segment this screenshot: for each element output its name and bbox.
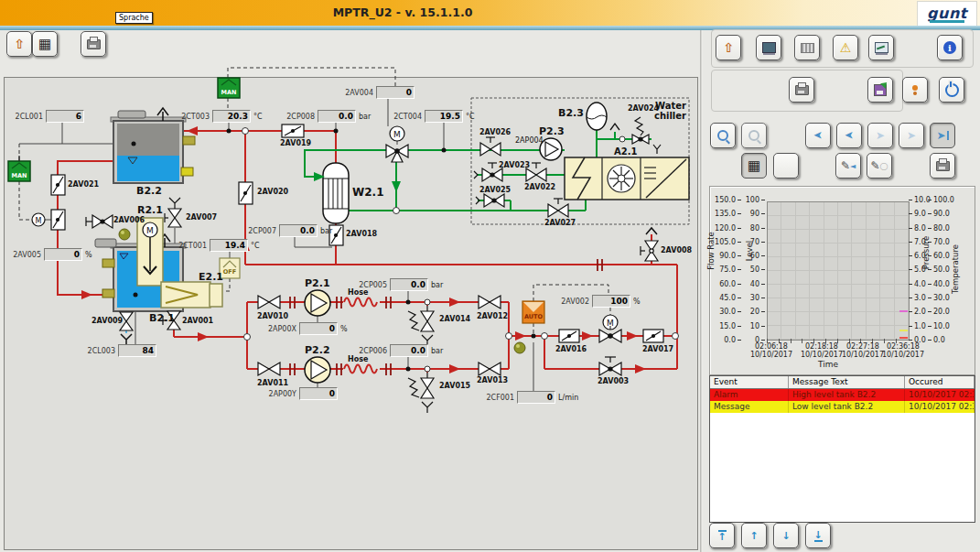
scroll-left-button[interactable]: ➤ [836, 123, 862, 148]
valve-2AV010[interactable] [258, 296, 280, 308]
valve-2AV027[interactable] [548, 199, 568, 217]
event-scroll-bottom-button[interactable]: ↓ [805, 523, 831, 548]
chiller-vent-icon [610, 124, 619, 130]
curve-edit-button[interactable]: ✎◄ [835, 153, 861, 179]
scroll-right-fast-button[interactable]: ➤ [899, 123, 924, 148]
status-ball-1 [119, 229, 130, 240]
valve-2AV012[interactable] [479, 296, 501, 308]
tag-2AV007: 2AV007 [186, 213, 217, 222]
print-report-button[interactable] [789, 77, 814, 103]
event-table[interactable]: Event Message Text Occured AlarmHigh lev… [709, 375, 975, 523]
tag-2AV018: 2AV018 [346, 230, 377, 238]
curve-edit-gray-button[interactable]: ✎◯ [867, 153, 892, 179]
y-tick-label: 90.0 [712, 252, 741, 260]
display-2CT004: 2CT00419.5°C [389, 110, 475, 123]
event-table-body: AlarmHigh level tank B2.210/10/2017 02:3… [710, 389, 975, 413]
display-2CT001: 2CT00119.4°C [174, 239, 260, 252]
x-tick-label: 02:36:1810/10/2017 [877, 342, 930, 359]
scroll-to-end-button[interactable]: ➤ [930, 123, 955, 148]
pump-P2.2[interactable] [305, 357, 330, 383]
zoom-in-icon [717, 130, 728, 141]
power-exit-button[interactable] [939, 77, 964, 103]
event-row[interactable]: MessageLow level tank B2.210/10/2017 02:… [710, 401, 975, 413]
valve-2AV025[interactable] [476, 194, 504, 207]
display-2AP00X[interactable]: 2AP00X0% [264, 322, 348, 335]
column-message-text[interactable]: Message Text [789, 376, 905, 388]
y-tick-label: 0.0 [712, 336, 741, 344]
tag-2AP004: 2AP004 [515, 136, 544, 145]
trend-monitor-icon [875, 42, 888, 53]
event-scroll-top-button[interactable]: ↑ [709, 523, 735, 548]
tag-2AV025: 2AV025 [479, 186, 511, 194]
valve-2AV006[interactable] [86, 215, 113, 228]
y-tick-label: 50.0 [928, 265, 963, 274]
pump-P2.1[interactable] [305, 290, 330, 316]
relief-valve-2AV015[interactable] [408, 373, 434, 413]
valve-2AV011[interactable] [258, 363, 280, 375]
info-button[interactable]: i [937, 35, 963, 60]
y-tick-label: 120.0 [712, 224, 741, 233]
scroll-right-button[interactable]: ➤ [867, 123, 893, 148]
grid-toggle-button[interactable]: ▦ [741, 153, 767, 179]
valve-2AV026[interactable] [480, 137, 501, 156]
y-tick-label: 45.0 [712, 294, 741, 302]
three-way-valve[interactable] [386, 145, 408, 162]
save-export-button[interactable] [867, 77, 893, 103]
event-scroll-up-button[interactable]: ↑ [741, 523, 767, 548]
heater-E2.1[interactable] [161, 282, 222, 308]
x-tick-time: 02:18:18 [805, 342, 838, 351]
exit-screen-button-2[interactable]: ⇧ [716, 35, 741, 60]
valve-2AV003[interactable] [599, 357, 621, 375]
trend-plot-area[interactable] [767, 201, 910, 341]
axis-label-time: Time [801, 360, 856, 369]
info-icon: i [943, 41, 956, 54]
keypad-icon [801, 43, 814, 53]
valve-2AV008[interactable] [641, 228, 658, 261]
print-chart-button[interactable] [930, 153, 955, 179]
event-cell: Alarm [710, 389, 789, 401]
panel-divider [700, 30, 703, 552]
keypad-screen-button[interactable] [794, 35, 820, 60]
stirrer-R2.1[interactable]: M [137, 218, 163, 286]
y-tick-label: 20.0 [928, 308, 963, 316]
tag-2AV027: 2AV027 [544, 219, 576, 227]
y-tick-label: 60 [742, 252, 765, 260]
event-table-header[interactable]: Event Message Text Occured [710, 376, 975, 389]
label-B2.1: B2.1 [149, 312, 175, 324]
up-icon: ↑ [749, 531, 758, 541]
valve-2AV013[interactable] [479, 363, 501, 375]
process-screen-button[interactable] [756, 35, 781, 60]
printer-icon [795, 85, 809, 95]
alarm-screen-button[interactable]: ⚠ [833, 35, 858, 60]
valve-2AV016[interactable] [559, 330, 579, 342]
expansion-vessel-B2.3 [587, 103, 607, 130]
tag-2AV016: 2AV016 [555, 345, 587, 353]
display-2AV002[interactable]: 2AV002100% [556, 295, 641, 308]
valve-2AV007[interactable] [165, 198, 181, 227]
blue-arrow-icon: ◄ [850, 162, 856, 170]
x-tick-date: 10/10/2017 [882, 351, 924, 359]
relief-valve-2AV014[interactable] [408, 306, 434, 346]
zoom-in-button[interactable] [710, 123, 736, 148]
display-2AV005[interactable]: 2AV0050% [8, 248, 92, 261]
column-occured[interactable]: Occured [905, 376, 975, 388]
zoom-out-button[interactable] [741, 123, 767, 148]
blank-toggle-button[interactable] [773, 153, 799, 179]
y-tick-label: 100.0 [928, 196, 963, 204]
valve-2AV002-motor[interactable] [599, 330, 621, 342]
valve-2AV020[interactable] [239, 182, 253, 204]
valve-2AV019[interactable] [282, 124, 304, 137]
language-tooltip: Sprache [115, 12, 153, 24]
display-2AV004[interactable]: 2AV0040 [340, 86, 417, 99]
scroll-left-fast-button[interactable]: ➤ [805, 123, 831, 148]
status-ball-2 [514, 342, 525, 353]
event-row[interactable]: AlarmHigh level tank B2.210/10/2017 02:3… [710, 389, 975, 401]
trend-screen-button[interactable] [868, 35, 894, 60]
event-scroll-down-button[interactable]: ↓ [773, 523, 799, 548]
tag-2AV013: 2AV013 [477, 376, 508, 384]
display-2AP00Y[interactable]: 2AP00Y0 [264, 387, 340, 400]
valve-2AV017[interactable] [643, 330, 663, 342]
tag-2AV010: 2AV010 [257, 312, 288, 320]
column-event[interactable]: Event [710, 376, 789, 388]
login-button[interactable] [902, 77, 928, 103]
